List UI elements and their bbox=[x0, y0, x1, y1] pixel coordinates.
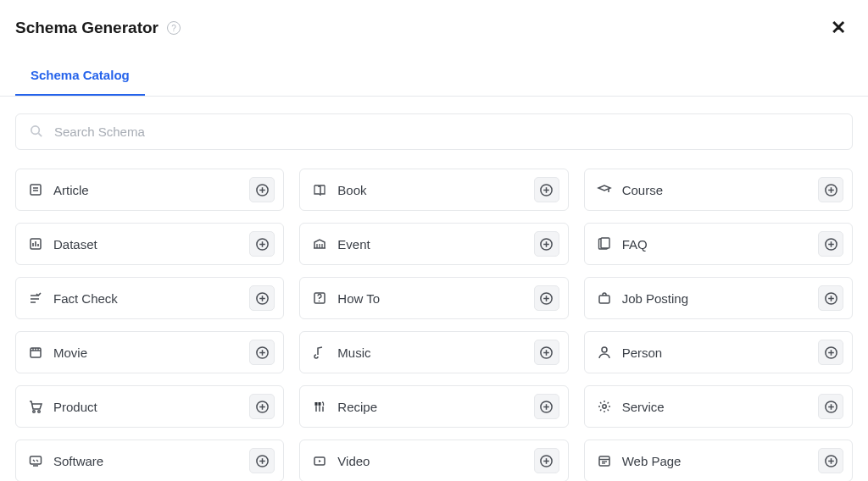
search-icon bbox=[30, 124, 44, 139]
add-schema-button[interactable] bbox=[249, 340, 275, 365]
schema-label: Video bbox=[337, 454, 370, 468]
add-schema-button[interactable] bbox=[818, 448, 843, 473]
add-schema-button[interactable] bbox=[249, 177, 275, 202]
schema-card-person[interactable]: Person bbox=[584, 331, 853, 373]
add-schema-button[interactable] bbox=[818, 231, 843, 257]
search-box[interactable] bbox=[15, 113, 853, 150]
add-schema-button[interactable] bbox=[534, 231, 559, 257]
card-left: How To bbox=[312, 290, 380, 306]
header: Schema Generator ? ✕ bbox=[0, 0, 868, 54]
close-button[interactable]: ✕ bbox=[827, 15, 849, 41]
software-icon bbox=[28, 453, 43, 468]
card-left: Job Posting bbox=[597, 290, 688, 306]
schema-card-software[interactable]: Software bbox=[15, 440, 284, 481]
add-schema-button[interactable] bbox=[818, 394, 843, 419]
book-icon bbox=[312, 182, 327, 197]
schema-label: Person bbox=[622, 346, 663, 360]
plus-circle-icon bbox=[824, 291, 838, 306]
plus-circle-icon bbox=[539, 291, 554, 306]
card-left: FAQ bbox=[597, 236, 648, 252]
schema-card-course[interactable]: Course bbox=[584, 169, 853, 211]
add-schema-button[interactable] bbox=[534, 177, 559, 202]
search-input[interactable] bbox=[54, 124, 838, 139]
recipe-icon bbox=[312, 399, 327, 414]
schema-label: Software bbox=[53, 454, 103, 468]
schema-label: Recipe bbox=[337, 400, 377, 414]
schema-label: How To bbox=[337, 291, 380, 306]
schema-card-faq[interactable]: FAQ bbox=[584, 223, 853, 265]
add-schema-button[interactable] bbox=[534, 394, 559, 419]
plus-circle-icon bbox=[539, 237, 554, 252]
schema-card-article[interactable]: Article bbox=[15, 169, 284, 211]
schema-card-book[interactable]: Book bbox=[299, 169, 568, 211]
schema-card-product[interactable]: Product bbox=[15, 385, 284, 428]
schema-card-event[interactable]: Event bbox=[299, 223, 568, 265]
schema-label: Dataset bbox=[53, 237, 97, 252]
schema-label: Event bbox=[337, 237, 370, 252]
course-icon bbox=[597, 182, 612, 197]
plus-circle-icon bbox=[255, 237, 270, 252]
plus-circle-icon bbox=[539, 454, 554, 468]
add-schema-button[interactable] bbox=[534, 285, 559, 311]
schema-card-video[interactable]: Video bbox=[299, 440, 568, 481]
schema-card-how-to[interactable]: How To bbox=[299, 277, 568, 319]
help-icon[interactable]: ? bbox=[167, 21, 181, 35]
schema-label: Service bbox=[622, 400, 665, 414]
schema-card-music[interactable]: Music bbox=[299, 331, 568, 373]
schema-card-service[interactable]: Service bbox=[584, 385, 853, 428]
schema-card-recipe[interactable]: Recipe bbox=[299, 385, 568, 428]
schema-label: Article bbox=[53, 183, 89, 197]
add-schema-button[interactable] bbox=[249, 231, 275, 257]
plus-circle-icon bbox=[539, 346, 554, 360]
webpage-icon bbox=[597, 453, 612, 468]
card-left: Fact Check bbox=[28, 290, 118, 306]
product-icon bbox=[28, 399, 43, 414]
add-schema-button[interactable] bbox=[534, 448, 559, 473]
header-left: Schema Generator ? bbox=[15, 19, 181, 37]
howto-icon bbox=[312, 290, 327, 306]
plus-circle-icon bbox=[824, 183, 838, 197]
add-schema-button[interactable] bbox=[818, 285, 843, 311]
add-schema-button[interactable] bbox=[818, 340, 843, 365]
card-left: Web Page bbox=[597, 453, 682, 468]
schema-card-web-page[interactable]: Web Page bbox=[584, 440, 853, 481]
card-left: Video bbox=[312, 453, 370, 468]
plus-circle-icon bbox=[255, 291, 270, 306]
schema-label: Fact Check bbox=[53, 291, 118, 306]
schema-label: Course bbox=[622, 183, 663, 197]
add-schema-button[interactable] bbox=[249, 394, 275, 419]
card-left: Movie bbox=[28, 345, 87, 360]
plus-circle-icon bbox=[255, 346, 270, 360]
plus-circle-icon bbox=[824, 400, 838, 414]
card-left: Service bbox=[597, 399, 665, 414]
tab-schema-catalog[interactable]: Schema Catalog bbox=[15, 58, 145, 96]
schema-label: Book bbox=[337, 183, 366, 197]
add-schema-button[interactable] bbox=[249, 285, 275, 311]
plus-circle-icon bbox=[539, 400, 554, 414]
schema-card-dataset[interactable]: Dataset bbox=[15, 223, 284, 265]
add-schema-button[interactable] bbox=[534, 340, 559, 365]
video-icon bbox=[312, 453, 327, 468]
dataset-icon bbox=[28, 236, 43, 252]
faq-icon bbox=[597, 236, 612, 252]
card-left: Course bbox=[597, 182, 663, 197]
card-left: Person bbox=[597, 345, 663, 360]
card-left: Recipe bbox=[312, 399, 377, 414]
plus-circle-icon bbox=[255, 454, 270, 468]
schema-card-job-posting[interactable]: Job Posting bbox=[584, 277, 853, 319]
schema-card-fact-check[interactable]: Fact Check bbox=[15, 277, 284, 319]
add-schema-button[interactable] bbox=[818, 177, 843, 202]
event-icon bbox=[312, 236, 327, 252]
card-left: Article bbox=[28, 182, 89, 197]
schema-card-movie[interactable]: Movie bbox=[15, 331, 284, 373]
card-left: Software bbox=[28, 453, 103, 468]
service-icon bbox=[597, 399, 612, 414]
schema-label: Product bbox=[53, 400, 97, 414]
card-left: Book bbox=[312, 182, 366, 197]
music-icon bbox=[312, 345, 327, 360]
schema-label: Job Posting bbox=[622, 291, 688, 306]
plus-circle-icon bbox=[824, 454, 838, 468]
plus-circle-icon bbox=[824, 237, 838, 252]
schema-label: Movie bbox=[53, 346, 87, 360]
add-schema-button[interactable] bbox=[249, 448, 275, 473]
